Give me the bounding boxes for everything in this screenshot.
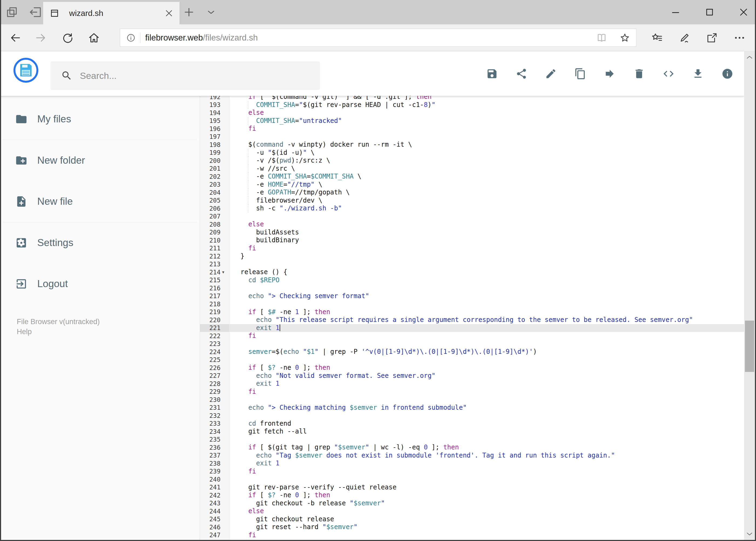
code-line[interactable]: 205 filebrowser/dev \ [200, 197, 744, 205]
search-box[interactable] [51, 62, 320, 90]
code-line[interactable]: 209 buildAssets [200, 229, 744, 237]
sidebar-item-settings[interactable]: Settings [0, 222, 200, 264]
refresh-button[interactable] [62, 24, 74, 51]
code-line[interactable]: 233 cd frontend [200, 420, 744, 428]
code-line[interactable]: 210 buildBinary [200, 236, 744, 245]
move-icon[interactable] [604, 68, 616, 80]
code-line[interactable]: 215 cd $REPO [200, 276, 744, 284]
download-icon[interactable] [692, 68, 704, 80]
code-icon[interactable] [662, 68, 674, 80]
code-line[interactable]: 238 exit 1 [200, 459, 744, 467]
reading-view-icon[interactable] [596, 32, 608, 44]
code-line[interactable]: 220 echo "This release script requires a… [200, 316, 744, 324]
info-icon[interactable] [721, 68, 733, 80]
code-line[interactable]: 202 -e COMMIT_SHA=$COMMIT_SHA \ [200, 173, 744, 181]
code-line[interactable]: 201 -w //src \ [200, 165, 744, 173]
edit-icon[interactable] [545, 68, 557, 80]
code-line[interactable]: 203 -e HOME="//tmp" \ [200, 181, 744, 189]
page-scrollbar[interactable] [744, 51, 755, 540]
code-editor[interactable]: 192 if [ "$(command -v git)" ] && [ -d .… [200, 96, 744, 540]
search-input[interactable] [79, 70, 320, 81]
back-button[interactable] [9, 24, 22, 51]
code-line[interactable]: 237 echo "Tag $semver does not exist in … [200, 452, 744, 460]
code-line[interactable]: 213 [200, 261, 744, 269]
code-line[interactable]: 224 semver=$(echo "$1" | grep -P '^v(0|[… [200, 348, 744, 356]
code-line[interactable]: 229 fi [200, 388, 744, 396]
code-line[interactable]: 228 exit 1 [200, 380, 744, 388]
code-line[interactable]: 240 [200, 475, 744, 483]
code-line[interactable]: 211 fi [200, 245, 744, 253]
code-line[interactable]: 200 -v /$(pwd):/src:z \ [200, 157, 744, 165]
code-line[interactable]: 234 git fetch --all [200, 427, 744, 436]
copy-icon[interactable] [574, 68, 586, 80]
sidebar-item-my-files[interactable]: My files [0, 99, 200, 140]
code-line[interactable]: 207 [200, 213, 744, 221]
code-line[interactable]: 232 [200, 412, 744, 420]
more-menu-icon[interactable] [733, 32, 746, 44]
code-line[interactable]: 208 else [200, 221, 744, 229]
code-line[interactable]: 206 sh -c "./wizard.sh -b" [200, 205, 744, 213]
scroll-up-arrow[interactable] [744, 52, 755, 63]
code-line[interactable]: 216 [200, 284, 744, 292]
help-link[interactable]: Help [17, 327, 100, 337]
share-icon[interactable] [706, 32, 718, 44]
code-line[interactable]: 192 if [ "$(command -v git)" ] && [ -d .… [200, 96, 744, 101]
fold-arrow-icon[interactable]: ▾ [222, 270, 229, 275]
sidebar-item-new-file[interactable]: New file [0, 181, 200, 222]
hub-favorites-icon[interactable] [651, 32, 663, 44]
new-tab-button[interactable] [182, 0, 195, 24]
code-line[interactable]: 193 COMMIT_SHA="$(git rev-parse HEAD | c… [200, 101, 744, 109]
code-line[interactable]: 241 git rev-parse --verify --quiet relea… [200, 483, 744, 492]
code-line[interactable]: 218 [200, 300, 744, 308]
code-line[interactable]: 214▾release () { [200, 268, 744, 276]
code-line[interactable]: 239 fi [200, 467, 744, 476]
code-line[interactable]: 247 fi [200, 531, 744, 539]
code-line[interactable]: 230 [200, 396, 744, 404]
window-minimize-button[interactable] [667, 4, 684, 21]
tab-close-icon[interactable] [164, 9, 173, 18]
code-line[interactable]: 244 else [200, 507, 744, 515]
code-line[interactable]: 217 echo "> Checking semver format" [200, 292, 744, 300]
favorite-star-icon[interactable] [619, 32, 631, 44]
code-line[interactable]: 222 fi [200, 332, 744, 340]
code-line[interactable]: 195 COMMIT_SHA="untracked" [200, 117, 744, 125]
share-icon[interactable] [516, 68, 527, 80]
code-line[interactable]: 227 echo "Not valid semver format. See s… [200, 372, 744, 380]
code-line[interactable]: 204 -e GOPATH=//tmp/gopath \ [200, 189, 744, 197]
code-line[interactable]: 242 if [ $? -ne 0 ]; then [200, 491, 744, 499]
code-line[interactable]: 236 if [ $(git tag | grep "$semver" | wc… [200, 443, 744, 452]
annotate-pen-icon[interactable] [678, 32, 691, 44]
code-line[interactable]: 199 -u "$(id -u)" \ [200, 149, 744, 157]
home-button[interactable] [88, 24, 100, 51]
code-line[interactable]: 197 [200, 133, 744, 141]
code-line[interactable]: 235 [200, 436, 744, 444]
code-line[interactable]: 226 if [ $? -ne 0 ]; then [200, 364, 744, 372]
save-icon[interactable] [486, 68, 498, 80]
site-info-icon[interactable] [126, 33, 136, 43]
sidebar-item-new-folder[interactable]: New folder [0, 140, 200, 181]
code-line[interactable]: 198 $(command -v winpty) docker run --rm… [200, 141, 744, 149]
code-line[interactable]: 223 [200, 340, 744, 348]
url-bar[interactable]: filebrowser.web/files/wizard.sh [120, 29, 636, 47]
code-line[interactable]: 196 fi [200, 125, 744, 133]
tab-preview-icon[interactable] [5, 5, 19, 19]
scrollbar-thumb[interactable] [745, 320, 754, 372]
code-line[interactable]: 212} [200, 252, 744, 261]
scroll-down-arrow[interactable] [744, 529, 755, 539]
code-line[interactable]: 221 exit 1 [200, 324, 744, 332]
code-line[interactable]: 245 git checkout release [200, 515, 744, 523]
url-text[interactable]: filebrowser.web/files/wizard.sh [145, 33, 258, 43]
window-maximize-button[interactable] [701, 4, 718, 21]
filebrowser-logo[interactable] [14, 58, 38, 83]
browser-tab[interactable]: wizard.sh [43, 2, 179, 24]
forward-button[interactable] [35, 24, 47, 51]
code-line[interactable]: 194 else [200, 109, 744, 117]
window-close-button[interactable] [735, 4, 752, 21]
set-tabs-aside-icon[interactable] [29, 5, 43, 19]
code-line[interactable]: 231 echo "> Checking matching $semver in… [200, 404, 744, 412]
code-line[interactable]: 225 [200, 356, 744, 364]
code-line[interactable]: 246 git reset --hard "$semver" [200, 523, 744, 531]
tab-list-chevron-icon[interactable] [205, 0, 217, 24]
sidebar-item-logout[interactable]: Logout [0, 264, 200, 304]
code-line[interactable]: 243 git checkout -b release "$semver" [200, 499, 744, 507]
